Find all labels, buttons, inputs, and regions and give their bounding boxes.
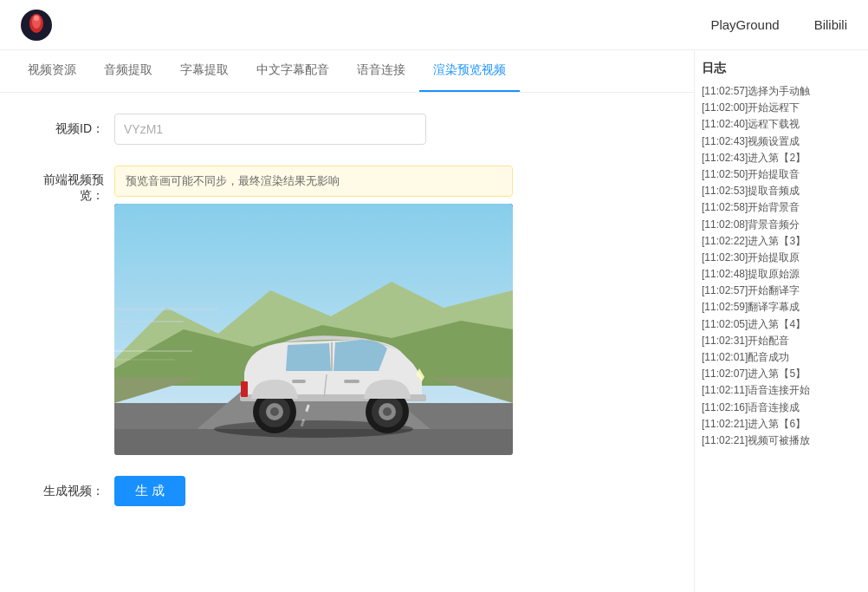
tab-subtitle-dub[interactable]: 中文字幕配音 (243, 50, 343, 92)
logo (21, 10, 52, 41)
generate-label: 生成视频： (28, 484, 114, 499)
log-entry: [11:02:57]开始翻译字 (702, 283, 861, 299)
preview-box: 预览音画可能不同步，最终渲染结果无影响 (114, 166, 513, 455)
header: PlayGround Bilibili (0, 0, 868, 50)
left-content: 视频资源 音频提取 字幕提取 中文字幕配音 语音连接 渲染预览视频 视频ID： … (0, 50, 695, 592)
tab-bar: 视频资源 音频提取 字幕提取 中文字幕配音 语音连接 渲染预览视频 (0, 50, 694, 93)
log-entry: [11:02:53]提取音频成 (702, 183, 861, 199)
log-entry: [11:02:22]进入第【3】 (702, 233, 861, 250)
video-id-label: 视频ID： (28, 121, 114, 137)
svg-rect-15 (114, 321, 184, 322)
svg-rect-14 (114, 308, 218, 310)
video-id-input[interactable] (114, 114, 426, 145)
nav-playground[interactable]: PlayGround (710, 17, 779, 32)
svg-rect-28 (344, 380, 360, 383)
log-entry: [11:02:00]开始远程下 (702, 100, 861, 116)
log-entry: [11:02:58]开始背景音 (702, 199, 861, 216)
logo-icon (21, 10, 52, 41)
log-title: 日志 (702, 61, 861, 76)
log-entry: [11:02:16]语音连接成 (702, 400, 861, 416)
svg-point-26 (383, 407, 392, 416)
log-entry: [11:02:01]配音成功 (702, 349, 861, 366)
preview-label: 前端视频预览： (28, 166, 114, 204)
generate-row: 生成视频： 生 成 (28, 476, 666, 506)
log-entry: [11:02:30]开始提取原 (702, 250, 861, 266)
header-nav: PlayGround Bilibili (710, 17, 847, 32)
svg-rect-30 (241, 381, 248, 397)
tab-render-preview[interactable]: 渲染预览视频 (419, 50, 520, 92)
tab-voice-connect[interactable]: 语音连接 (343, 50, 419, 92)
log-entry: [11:02:57]选择为手动触 (702, 83, 861, 100)
log-entry: [11:02:05]进入第【4】 (702, 316, 861, 333)
svg-point-22 (270, 407, 279, 416)
log-entry: [11:02:21]进入第【6】 (702, 416, 861, 433)
log-entry: [11:02:11]语音连接开始 (702, 382, 861, 399)
log-entry: [11:02:07]进入第【5】 (702, 366, 861, 382)
preview-notice: 预览音画可能不同步，最终渲染结果无影响 (114, 166, 513, 197)
generate-button[interactable]: 生 成 (114, 476, 185, 506)
tab-audio-extract[interactable]: 音频提取 (90, 50, 166, 92)
tab-subtitle-extract[interactable]: 字幕提取 (166, 50, 243, 92)
log-entry: [11:02:48]提取原始源 (702, 266, 861, 283)
log-entry: [11:02:59]翻译字幕成 (702, 299, 861, 316)
content-area: 视频ID： 前端视频预览： 预览音画可能不同步，最终渲染结果无影响 (0, 93, 694, 527)
main-layout: 视频资源 音频提取 字幕提取 中文字幕配音 语音连接 渲染预览视频 视频ID： … (0, 50, 868, 592)
log-list: [11:02:57]选择为手动触[11:02:00]开始远程下[11:02:40… (702, 83, 861, 449)
right-sidebar: 日志 [11:02:57]选择为手动触[11:02:00]开始远程下[11:02… (695, 50, 868, 592)
video-thumbnail (114, 204, 513, 455)
preview-section: 前端视频预览： 预览音画可能不同步，最终渲染结果无影响 (28, 166, 666, 455)
log-entry: [11:02:43]进入第【2】 (702, 150, 861, 166)
svg-rect-29 (292, 380, 306, 383)
nav-bilibili[interactable]: Bilibili (814, 17, 847, 32)
video-id-row: 视频ID： (28, 114, 666, 145)
tab-video-source[interactable]: 视频资源 (14, 50, 90, 92)
log-entry: [11:02:31]开始配音 (702, 333, 861, 349)
car-scene-svg (114, 204, 513, 455)
log-entry: [11:02:21]视频可被播放 (702, 433, 861, 449)
svg-point-3 (34, 16, 39, 21)
log-entry: [11:02:43]视频设置成 (702, 133, 861, 150)
log-entry: [11:02:40]远程下载视 (702, 116, 861, 133)
log-entry: [11:02:08]背景音频分 (702, 217, 861, 233)
log-entry: [11:02:50]开始提取音 (702, 166, 861, 183)
